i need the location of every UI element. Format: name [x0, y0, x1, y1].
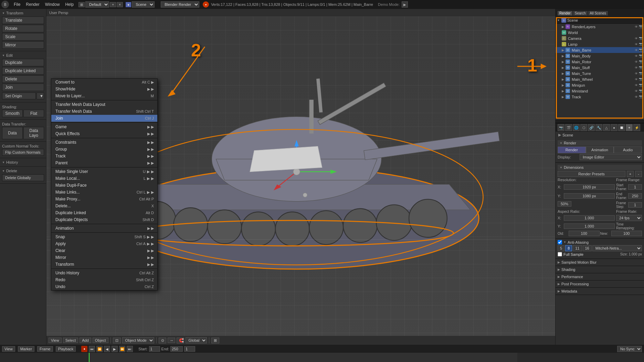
render-icon-minigun[interactable]: 📷 [638, 83, 643, 87]
physics-props-icon[interactable]: ⚡ [633, 124, 640, 131]
play-forward-btn[interactable]: ▶ [112, 346, 118, 352]
ctx-undo[interactable]: Undo Ctrl Z [51, 283, 157, 290]
ctx-undo-history[interactable]: Undo History Ctrl Alt Z [51, 270, 157, 276]
play-reverse-btn[interactable]: ◀ [104, 346, 110, 352]
outliner-item-camera[interactable]: C Camera 👁 📷 [556, 35, 644, 41]
frame-step-input[interactable]: 1 [628, 202, 642, 208]
performance-title[interactable]: ▶ Performance [558, 275, 642, 279]
eye-icon-lamp[interactable]: 👁 [634, 42, 638, 46]
smooth-button[interactable]: Smooth [2, 110, 23, 117]
display-dropdown[interactable]: Image Editor [580, 154, 642, 160]
render-tab-audio[interactable]: Audio [614, 146, 642, 153]
pivot-icon[interactable]: ⊙ [159, 338, 166, 343]
edit-title[interactable]: Edit [2, 53, 44, 58]
render-section-title[interactable]: Render [558, 140, 642, 146]
render-tab-animation[interactable]: Animation [586, 146, 614, 153]
eye-icon-main-barre[interactable]: 👁 [634, 48, 638, 52]
texture-props-icon[interactable]: 🔲 [618, 124, 625, 131]
ctx-show-hide[interactable]: Show/Hide ▶ [51, 86, 157, 92]
render-props-icon[interactable]: 📷 [558, 124, 564, 131]
delete-button[interactable]: Delete [2, 75, 44, 83]
outliner-item-main-rotor[interactable]: ▶ M Main_Rotor 👁 📷 [556, 59, 644, 65]
render-icon-main-barre[interactable]: 📷 [638, 48, 643, 52]
ctx-duplicate-objects[interactable]: Duplicate Objects Shift D [51, 216, 157, 223]
render-presets-button[interactable]: Render Presets [558, 171, 625, 177]
eye-icon-ministand[interactable]: 👁 [634, 89, 638, 93]
outliner-item-main-body[interactable]: ▶ M Main_Body 👁 📷 [556, 53, 644, 59]
transform-orientation-dropdown[interactable]: Global [186, 337, 207, 343]
aa-5-button[interactable]: 5 [558, 245, 564, 251]
translate-button[interactable]: Translate [2, 17, 44, 24]
full-sample-checkbox[interactable] [558, 252, 562, 256]
start-frame-timeline[interactable]: 1 [149, 346, 160, 352]
ctx-game[interactable]: Game ▶ [51, 123, 157, 130]
record-button[interactable]: ● [81, 346, 87, 352]
render-engine-selector[interactable]: Blender Render [161, 1, 199, 8]
screen-remove-btn[interactable]: × [117, 2, 123, 7]
outliner-item-main-barre[interactable]: ▶ M Main_Barre 👁 📷 [556, 47, 644, 53]
eye-icon-main-wheel[interactable]: 👁 [634, 77, 638, 81]
outliner-item-ministand[interactable]: ▶ M Ministand 👁 📷 [556, 88, 644, 94]
menu-render[interactable]: Render [23, 1, 42, 8]
eye-icon-track[interactable]: 👁 [634, 95, 638, 99]
ctx-make-links[interactable]: Make Links... Ctrl L▶ [51, 189, 157, 196]
join-button[interactable]: Join [2, 84, 44, 91]
render-icon-main-rotor[interactable]: 📷 [638, 60, 643, 64]
set-origin-dropdown[interactable]: ▼ [36, 92, 44, 99]
render-icon-track[interactable]: 📷 [638, 95, 643, 99]
data-props-icon[interactable]: △ [603, 124, 610, 131]
eye-icon-camera[interactable]: 👁 [634, 36, 638, 41]
eye-icon-main-stuff[interactable]: 👁 [634, 66, 638, 70]
outliner-scroll-area[interactable]: ▶ R RenderLayers 👁 📷 W World C Camera [556, 24, 644, 120]
vp-view-button[interactable]: View [49, 338, 62, 343]
modifiers-props-icon[interactable]: 🔧 [595, 124, 602, 131]
aspect-x-input[interactable]: 1.000 [564, 215, 615, 221]
ctx-duplicate-linked[interactable]: Duplicate Linked Alt D [51, 209, 157, 216]
flat-button[interactable]: Flat [23, 110, 44, 117]
render-presets-add[interactable]: + [627, 171, 634, 177]
ctx-transform[interactable]: Transform ▶ [51, 261, 157, 268]
time-remap-old-input[interactable]: 100 [569, 231, 600, 236]
aa-filter-dropdown[interactable]: Mitchell-Netra... [592, 245, 642, 251]
view-tab[interactable]: Render [558, 11, 572, 15]
data-layout-button[interactable]: Data Layo [23, 127, 44, 139]
shading-properties-title[interactable]: ▶ Shading [558, 267, 642, 272]
history-title[interactable]: History [2, 160, 44, 165]
ctx-animation[interactable]: Animation ▶ [51, 225, 157, 232]
all-scenes-tab[interactable]: All Scenes [588, 11, 608, 15]
render-icon-main-stuff[interactable]: 📷 [638, 66, 643, 70]
view-layers-icon[interactable]: ⊞ [211, 338, 219, 343]
current-frame[interactable]: 1 [184, 346, 195, 352]
fps-dropdown[interactable]: 24 fps [616, 215, 642, 221]
vp-add-button[interactable]: Add [80, 338, 91, 343]
timeline-view-btn[interactable]: View [2, 346, 15, 352]
render-icon-main-body[interactable]: 📷 [638, 54, 643, 58]
timeline-area[interactable]: -50 -40 -30 -20 -10 0 10 20 30 40 50 60 … [0, 353, 644, 362]
ctx-quick-effects[interactable]: Quick Effects ▶ [51, 130, 157, 137]
render-tab-render[interactable]: Render [558, 146, 586, 153]
world-props-icon[interactable]: 🌐 [573, 124, 580, 131]
jump-end-btn[interactable]: ⏭ [127, 346, 133, 352]
outliner-item-minigun[interactable]: ▶ M Minigun 👁 📷 [556, 82, 644, 88]
ctx-redo[interactable]: Redo Shift Ctrl Z [51, 276, 157, 283]
vp-object-button[interactable]: Object [93, 338, 108, 343]
duplicate-button[interactable]: Duplicate [2, 59, 44, 66]
camera-icon-renderlayers[interactable]: 📷 [638, 25, 643, 29]
eye-icon-minigun[interactable]: 👁 [634, 83, 638, 87]
eye-icon-main-rotor[interactable]: 👁 [634, 60, 638, 64]
dimensions-section-title[interactable]: Dimensions [558, 165, 642, 170]
material-props-icon[interactable]: ● [611, 124, 617, 131]
end-frame-input[interactable]: 250 [628, 193, 642, 199]
ctx-make-proxy[interactable]: Make Proxy... Ctrl Alt P [51, 196, 157, 202]
menu-window[interactable]: Window [42, 1, 63, 8]
mode-icon[interactable]: ⊡ [113, 338, 121, 343]
play-button[interactable]: ▶ [402, 1, 408, 8]
ctx-constraints[interactable]: Constraints ▶ [51, 139, 157, 146]
prev-frame-btn[interactable]: ⏪ [96, 346, 103, 352]
scale-button[interactable]: Scale [2, 33, 44, 41]
outliner-item-renderlayers[interactable]: ▶ R RenderLayers 👁 📷 [556, 24, 644, 30]
next-frame-btn[interactable]: ⏩ [119, 346, 125, 352]
no-sync-dropdown[interactable]: No Sync [617, 346, 642, 352]
res-pct-input[interactable]: 50% [558, 201, 571, 207]
eye-icon-main-turre[interactable]: 👁 [634, 72, 638, 76]
